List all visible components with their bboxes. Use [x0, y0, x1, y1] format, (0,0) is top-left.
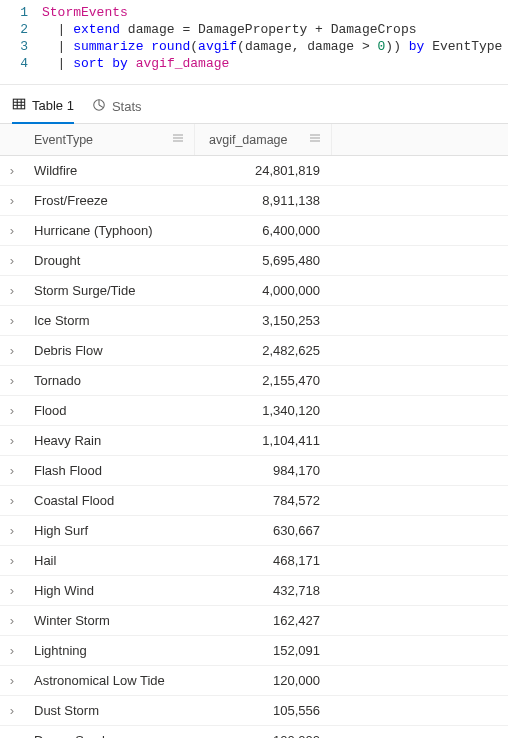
table-row[interactable]: ›Flash Flood984,170 — [0, 456, 508, 486]
table-row[interactable]: ›Tornado2,155,470 — [0, 366, 508, 396]
result-tabs: Table 1 Stats — [0, 85, 508, 124]
chevron-right-icon: › — [10, 553, 14, 568]
cell-eventtype: Tornado — [24, 366, 194, 395]
expand-row-button[interactable]: › — [0, 276, 24, 305]
expand-row-button[interactable]: › — [0, 606, 24, 635]
code-content[interactable]: | summarize round(avgif(damage, damage >… — [42, 38, 502, 55]
chevron-right-icon: › — [10, 433, 14, 448]
expand-row-button[interactable]: › — [0, 186, 24, 215]
svg-rect-0 — [13, 99, 24, 109]
expand-row-button[interactable]: › — [0, 156, 24, 185]
cell-avgif-damage: 105,556 — [194, 696, 330, 725]
expand-column-header — [0, 124, 24, 155]
code-content[interactable]: StormEvents — [42, 4, 128, 21]
chevron-right-icon: › — [10, 583, 14, 598]
editor-line[interactable]: 4 | sort by avgif_damage — [0, 55, 508, 72]
cell-avgif-damage: 120,000 — [194, 666, 330, 695]
cell-eventtype: Hurricane (Typhoon) — [24, 216, 194, 245]
table-row[interactable]: ›Drought5,695,480 — [0, 246, 508, 276]
expand-row-button[interactable]: › — [0, 696, 24, 725]
table-row[interactable]: ›Debris Flow2,482,625 — [0, 336, 508, 366]
expand-row-button[interactable]: › — [0, 246, 24, 275]
table-row[interactable]: ›Wildfire24,801,819 — [0, 156, 508, 186]
expand-row-button[interactable]: › — [0, 456, 24, 485]
expand-row-button[interactable]: › — [0, 426, 24, 455]
cell-eventtype: Lightning — [24, 636, 194, 665]
expand-row-button[interactable]: › — [0, 216, 24, 245]
column-menu-icon[interactable] — [309, 132, 321, 147]
cell-eventtype: Ice Storm — [24, 306, 194, 335]
cell-avgif-damage: 1,104,411 — [194, 426, 330, 455]
expand-row-button[interactable]: › — [0, 726, 24, 738]
chevron-right-icon: › — [10, 733, 14, 738]
expand-row-button[interactable]: › — [0, 336, 24, 365]
cell-eventtype: Frost/Freeze — [24, 186, 194, 215]
expand-row-button[interactable]: › — [0, 666, 24, 695]
cell-eventtype: Heavy Rain — [24, 426, 194, 455]
cell-eventtype: High Wind — [24, 576, 194, 605]
cell-eventtype: Dust Storm — [24, 696, 194, 725]
chevron-right-icon: › — [10, 703, 14, 718]
table-row[interactable]: ›Astronomical Low Tide120,000 — [0, 666, 508, 696]
editor-line[interactable]: 1StormEvents — [0, 4, 508, 21]
results-table: EventType avgif_damage ›Wildfire24,801,8… — [0, 124, 508, 738]
chevron-right-icon: › — [10, 463, 14, 478]
expand-row-button[interactable]: › — [0, 576, 24, 605]
query-editor[interactable]: 1StormEvents2 | extend damage = DamagePr… — [0, 0, 508, 85]
expand-row-button[interactable]: › — [0, 306, 24, 335]
cell-avgif-damage: 6,400,000 — [194, 216, 330, 245]
cell-avgif-damage: 24,801,819 — [194, 156, 330, 185]
chevron-right-icon: › — [10, 673, 14, 688]
cell-avgif-damage: 100,000 — [194, 726, 330, 738]
table-row[interactable]: ›Flood1,340,120 — [0, 396, 508, 426]
chevron-right-icon: › — [10, 313, 14, 328]
tab-table-label: Table 1 — [32, 98, 74, 113]
expand-row-button[interactable]: › — [0, 546, 24, 575]
table-row[interactable]: ›Storm Surge/Tide4,000,000 — [0, 276, 508, 306]
svg-line-7 — [99, 105, 103, 108]
column-menu-icon[interactable] — [172, 132, 184, 147]
chevron-right-icon: › — [10, 223, 14, 238]
chevron-right-icon: › — [10, 193, 14, 208]
table-row[interactable]: ›Winter Storm162,427 — [0, 606, 508, 636]
expand-row-button[interactable]: › — [0, 516, 24, 545]
table-row[interactable]: ›Coastal Flood784,572 — [0, 486, 508, 516]
cell-eventtype: Flood — [24, 396, 194, 425]
chevron-right-icon: › — [10, 253, 14, 268]
cell-avgif-damage: 1,340,120 — [194, 396, 330, 425]
line-number: 3 — [0, 38, 42, 55]
expand-row-button[interactable]: › — [0, 486, 24, 515]
column-header-avgif-damage[interactable]: avgif_damage — [195, 124, 332, 155]
code-content[interactable]: | sort by avgif_damage — [42, 55, 229, 72]
tab-stats[interactable]: Stats — [92, 97, 142, 123]
table-row[interactable]: ›Lightning152,091 — [0, 636, 508, 666]
table-row[interactable]: ›Hurricane (Typhoon)6,400,000 — [0, 216, 508, 246]
editor-line[interactable]: 3 | summarize round(avgif(damage, damage… — [0, 38, 508, 55]
expand-row-button[interactable]: › — [0, 636, 24, 665]
cell-eventtype: Drought — [24, 246, 194, 275]
tab-stats-label: Stats — [112, 99, 142, 114]
chevron-right-icon: › — [10, 403, 14, 418]
table-row[interactable]: ›Dense Smoke100,000 — [0, 726, 508, 738]
table-row[interactable]: ›Heavy Rain1,104,411 — [0, 426, 508, 456]
tab-table[interactable]: Table 1 — [12, 97, 74, 124]
table-row[interactable]: ›High Wind432,718 — [0, 576, 508, 606]
cell-avgif-damage: 984,170 — [194, 456, 330, 485]
line-number: 4 — [0, 55, 42, 72]
table-row[interactable]: ›Ice Storm3,150,253 — [0, 306, 508, 336]
expand-row-button[interactable]: › — [0, 396, 24, 425]
cell-eventtype: Astronomical Low Tide — [24, 666, 194, 695]
expand-row-button[interactable]: › — [0, 366, 24, 395]
code-content[interactable]: | extend damage = DamageProperty + Damag… — [42, 21, 417, 38]
column-header-eventtype[interactable]: EventType — [24, 124, 195, 155]
table-row[interactable]: ›High Surf630,667 — [0, 516, 508, 546]
cell-avgif-damage: 784,572 — [194, 486, 330, 515]
cell-avgif-damage: 4,000,000 — [194, 276, 330, 305]
table-icon — [12, 97, 26, 114]
cell-eventtype: High Surf — [24, 516, 194, 545]
stats-icon — [92, 98, 106, 115]
table-row[interactable]: ›Frost/Freeze8,911,138 — [0, 186, 508, 216]
editor-line[interactable]: 2 | extend damage = DamageProperty + Dam… — [0, 21, 508, 38]
table-row[interactable]: ›Dust Storm105,556 — [0, 696, 508, 726]
table-row[interactable]: ›Hail468,171 — [0, 546, 508, 576]
